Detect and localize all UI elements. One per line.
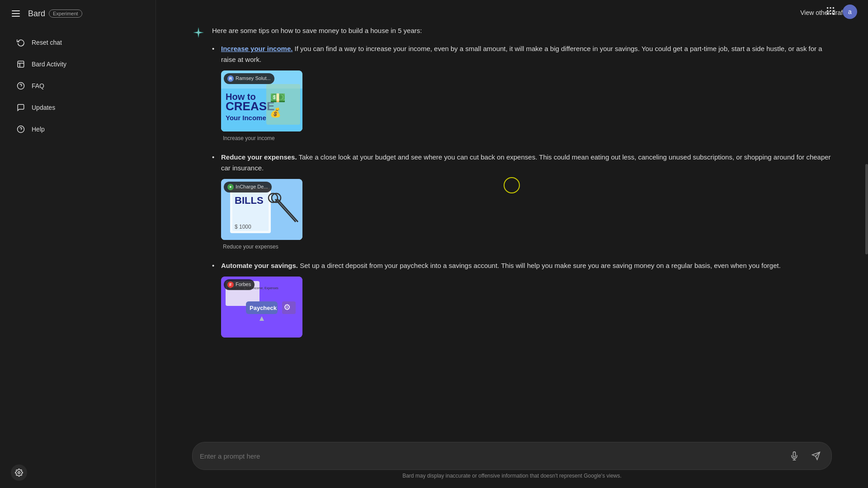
input-area: Bard may display inaccurate or offensive…: [156, 435, 868, 488]
sidebar-item-help-label: Help: [32, 126, 45, 133]
top-right-icons: a: [826, 5, 857, 19]
sidebar-item-faq[interactable]: FAQ: [5, 76, 150, 96]
sidebar-header: Bard Experiment: [0, 0, 156, 27]
image-card-income[interactable]: R Ramsey Solut... How to CREASE: [221, 70, 302, 143]
sidebar-item-reset[interactable]: Reset chat: [5, 33, 150, 52]
bard-activity-icon: [16, 60, 25, 69]
image-caption-bills: Reduce your expenses: [221, 243, 302, 251]
item-2-highlight: Reduce your expenses.: [221, 153, 297, 161]
image-card-bills[interactable]: ✦ InCharge De... BILLS $ 1000: [221, 179, 302, 251]
svg-text:⚙: ⚙: [283, 303, 291, 312]
svg-point-12: [830, 10, 831, 12]
item-2-text: Take a close look at your budget and see…: [221, 153, 831, 172]
item-3-text: Set up a direct deposit from your payche…: [300, 262, 781, 269]
svg-rect-0: [18, 61, 24, 67]
send-button[interactable]: [808, 448, 824, 464]
reset-icon: [16, 38, 25, 47]
svg-text:💵: 💵: [270, 90, 286, 105]
prompt-input[interactable]: [200, 452, 781, 460]
sidebar-item-reset-label: Reset chat: [32, 39, 62, 46]
svg-text:💰: 💰: [270, 107, 281, 118]
svg-point-13: [833, 10, 835, 12]
sidebar: Bard Experiment Reset chat: [0, 0, 156, 488]
svg-point-16: [833, 13, 835, 14]
list-item: Automate your savings. Set up a direct d…: [212, 260, 832, 338]
bullet-list: Increase your income. If you can find a …: [212, 43, 832, 338]
svg-point-10: [833, 7, 835, 9]
svg-text:Your Income: Your Income: [226, 114, 266, 122]
svg-point-9: [830, 7, 831, 9]
disclaimer-text: Bard may display inaccurate or offensive…: [192, 470, 832, 484]
brand-area: Bard Experiment: [28, 9, 82, 19]
item-3-highlight: Automate your savings.: [221, 262, 298, 269]
experiment-badge: Experiment: [49, 9, 82, 18]
intro-text: Here are some tips on how to save money …: [212, 25, 832, 36]
svg-point-14: [827, 13, 829, 14]
response-container: Here are some tips on how to save money …: [192, 25, 832, 347]
image-source-badge-paycheck: F Forbes: [224, 279, 255, 290]
svg-point-8: [827, 7, 829, 9]
avatar[interactable]: a: [843, 5, 857, 19]
sidebar-item-updates-label: Updates: [32, 104, 55, 111]
sidebar-item-faq-label: FAQ: [32, 82, 44, 89]
source-label-paycheck: Forbes: [236, 281, 251, 289]
image-source-badge-bills: ✦ InCharge De...: [224, 182, 272, 192]
help-icon: [16, 125, 25, 134]
scrollbar[interactable]: [865, 164, 868, 254]
sidebar-footer: [0, 457, 156, 488]
settings-button[interactable]: [11, 465, 27, 481]
svg-point-11: [827, 10, 829, 12]
image-caption-income: Increase your income: [221, 134, 302, 143]
mic-button[interactable]: [786, 448, 802, 464]
image-card-paycheck[interactable]: F Forbes to Automate Your Income, Expens…: [221, 277, 302, 338]
google-apps-icon[interactable]: [826, 6, 835, 18]
sidebar-item-bard-activity-label: Bard Activity: [32, 61, 66, 68]
image-source-badge-income: R Ramsey Solut...: [224, 73, 274, 84]
brand-name: Bard: [28, 9, 45, 19]
svg-text:$ 1000: $ 1000: [235, 224, 251, 230]
top-bar: View other drafts ▾: [156, 0, 868, 25]
sidebar-item-bard-activity[interactable]: Bard Activity: [5, 54, 150, 74]
sidebar-nav: Reset chat Bard Activity F: [0, 27, 156, 145]
svg-text:Paycheck: Paycheck: [250, 305, 277, 311]
svg-point-7: [18, 472, 20, 474]
updates-icon: [16, 103, 25, 112]
sidebar-item-help[interactable]: Help: [5, 119, 150, 139]
source-label-bills: InCharge De...: [236, 183, 268, 191]
faq-icon: [16, 81, 25, 90]
bard-response-icon: [192, 26, 205, 39]
chat-area[interactable]: Here are some tips on how to save money …: [156, 25, 868, 488]
hamburger-icon[interactable]: [9, 8, 23, 19]
main-content: a View other drafts ▾ Here are some tips…: [156, 0, 868, 488]
svg-point-15: [830, 13, 831, 14]
source-label-income: Ramsey Solut...: [236, 75, 271, 83]
item-1-text: If you can find a way to increase your i…: [221, 45, 822, 63]
sidebar-item-updates[interactable]: Updates: [5, 98, 150, 117]
list-item: Reduce your expenses. Take a close look …: [212, 152, 832, 251]
list-item: Increase your income. If you can find a …: [212, 43, 832, 143]
response-body: Here are some tips on how to save money …: [212, 25, 832, 347]
prompt-input-box: [192, 442, 832, 470]
item-1-highlight: Increase your income.: [221, 45, 292, 52]
svg-text:BILLS: BILLS: [235, 195, 264, 206]
